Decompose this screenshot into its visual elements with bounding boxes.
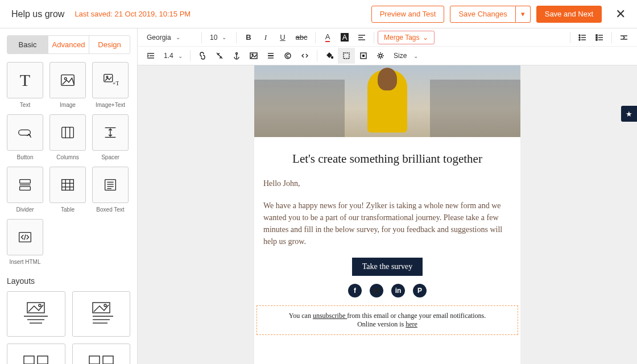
cta-button[interactable]: Take the survey <box>352 258 423 276</box>
page-title: Help us grow <box>11 9 64 19</box>
save-changes-caret[interactable]: ▾ <box>516 6 531 23</box>
tab-advanced[interactable]: Advanced <box>48 36 89 53</box>
indent-button[interactable] <box>142 48 159 64</box>
svg-point-32 <box>104 304 106 307</box>
svg-rect-39 <box>103 356 113 364</box>
merge-tags-button[interactable]: Merge Tags⌄ <box>378 31 435 44</box>
svg-rect-69 <box>344 53 349 59</box>
facebook-icon[interactable]: f <box>348 284 362 297</box>
font-size-select[interactable]: 10⌄ <box>205 34 233 42</box>
anchor-button[interactable] <box>228 48 245 64</box>
block-text[interactable]: T Text <box>7 62 43 108</box>
email-paragraph: We have a happy news for you! Zylker is … <box>263 200 511 247</box>
brightness-button[interactable] <box>372 48 389 64</box>
svg-line-77 <box>378 53 379 55</box>
save-next-button[interactable]: Save and Next <box>536 6 602 23</box>
twitter-icon[interactable] <box>370 284 383 297</box>
highlight-button[interactable]: A <box>336 30 353 46</box>
svg-rect-36 <box>24 356 34 364</box>
hero-image[interactable] <box>254 65 520 137</box>
svg-point-47 <box>579 37 580 38</box>
link-button[interactable] <box>194 48 211 64</box>
svg-point-3 <box>106 76 108 78</box>
block-button[interactable]: Button <box>7 114 43 160</box>
columns-icon <box>59 124 76 141</box>
padding-button[interactable] <box>355 48 372 64</box>
size-select[interactable]: Size⌄ <box>389 52 423 60</box>
pinterest-icon[interactable]: P <box>413 284 427 297</box>
font-color-button[interactable]: A <box>319 30 336 46</box>
hr-button[interactable] <box>262 48 279 64</box>
layouts-grid <box>7 291 130 364</box>
overflow-button[interactable] <box>615 30 632 46</box>
svg-rect-71 <box>362 55 365 57</box>
block-divider[interactable]: Divider <box>7 167 43 213</box>
feedback-star-tab[interactable]: ★ <box>621 106 637 122</box>
boxed-text-icon <box>102 176 119 193</box>
svg-point-48 <box>579 39 580 40</box>
unsubscribe-link[interactable]: unsubscribe <box>313 312 347 320</box>
block-boxed-text[interactable]: Boxed Text <box>92 167 129 213</box>
block-spacer[interactable]: Spacer <box>92 114 129 160</box>
line-height-select[interactable]: 1.4⌄ <box>159 52 187 60</box>
italic-button[interactable]: I <box>257 30 274 46</box>
block-image-text[interactable]: +T Image+Text <box>92 62 129 108</box>
tab-basic[interactable]: Basic <box>7 36 48 53</box>
bold-button[interactable]: B <box>240 30 257 46</box>
insert-image-button[interactable] <box>245 48 262 64</box>
svg-rect-53 <box>596 37 597 38</box>
email-heading[interactable]: Let's create something brilliant togethe… <box>260 152 515 166</box>
border-button[interactable] <box>338 48 355 64</box>
list-bullet-button[interactable] <box>591 30 608 46</box>
preview-test-button[interactable]: Preview and Test <box>371 6 445 23</box>
svg-rect-6 <box>62 127 74 138</box>
canvas[interactable]: Let's create something brilliant togethe… <box>138 65 637 364</box>
copyright-button[interactable] <box>279 48 296 64</box>
block-columns[interactable]: Columns <box>49 114 86 160</box>
svg-point-63 <box>252 54 253 55</box>
text-icon: T <box>20 71 30 90</box>
linkedin-icon[interactable]: in <box>391 284 405 297</box>
image-icon <box>59 72 76 89</box>
svg-point-46 <box>579 35 580 36</box>
button-icon <box>16 124 34 141</box>
chevron-down-icon: ⌄ <box>423 34 428 42</box>
block-insert-html[interactable]: Insert HTML <box>7 219 43 265</box>
layout-option-4[interactable] <box>72 344 131 364</box>
layouts-heading: Layouts <box>7 276 130 286</box>
chevron-down-icon: ⌄ <box>222 34 226 40</box>
tab-design[interactable]: Design <box>89 36 130 53</box>
svg-point-68 <box>332 57 333 59</box>
sidebar-tabs: Basic Advanced Design <box>7 35 130 54</box>
code-button[interactable] <box>296 48 313 64</box>
underline-button[interactable]: U <box>274 30 291 46</box>
component-blocks: T Text Image +T Image+Text Button Column… <box>7 62 130 265</box>
layout-option-3[interactable] <box>7 344 65 364</box>
strikethrough-button[interactable]: abc <box>291 30 312 46</box>
table-icon <box>59 176 76 193</box>
close-icon[interactable]: ✕ <box>615 7 626 22</box>
online-version-link[interactable]: here <box>406 320 417 328</box>
save-changes-button[interactable]: Save Changes <box>450 6 515 23</box>
svg-rect-37 <box>38 356 48 364</box>
save-changes-split: Save Changes ▾ <box>450 6 530 23</box>
unlink-button[interactable] <box>211 48 228 64</box>
layout-option-1[interactable] <box>7 291 65 337</box>
layout-option-2[interactable] <box>72 291 131 337</box>
block-image[interactable]: Image <box>49 62 86 108</box>
svg-line-80 <box>382 53 383 55</box>
editor-toolbar: Georgia⌄ 10⌄ B I U abc A A Merge Tags⌄ <box>138 28 637 65</box>
font-family-select[interactable]: Georgia⌄ <box>142 34 198 42</box>
list-ordered-button[interactable] <box>574 30 591 46</box>
sidebar: Basic Advanced Design T Text Image +T Im… <box>0 28 138 364</box>
svg-line-79 <box>378 57 379 59</box>
block-table[interactable]: Table <box>49 167 86 213</box>
svg-rect-14 <box>20 187 31 191</box>
email-body[interactable]: Hello John, We have a happy news for you… <box>254 177 520 247</box>
app-header: Help us grow Last saved: 21 Oct 2019, 10… <box>0 0 637 28</box>
align-button[interactable] <box>353 30 370 46</box>
html-icon <box>16 229 34 246</box>
svg-point-1 <box>64 77 67 80</box>
fill-button[interactable] <box>321 48 338 64</box>
email-footer[interactable]: You can unsubscribe from this email or c… <box>257 305 518 335</box>
